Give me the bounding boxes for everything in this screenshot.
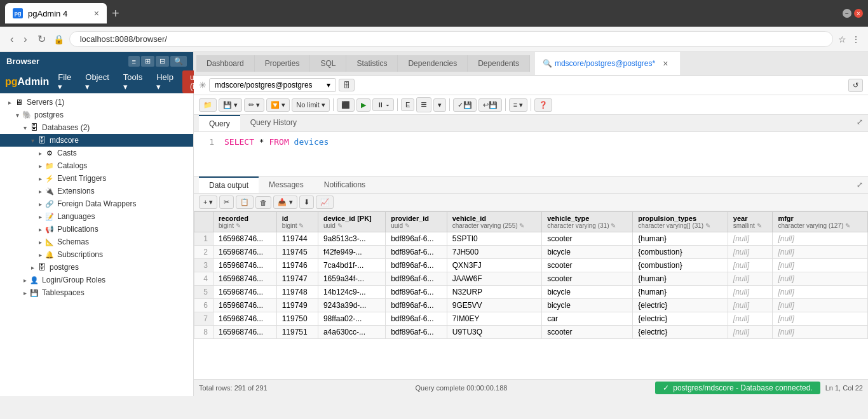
col-header-device-id[interactable]: device_id [PK] uuid ✎: [318, 212, 385, 232]
stop-btn[interactable]: ⬛: [337, 98, 355, 112]
table-row[interactable]: 3 165968746... 119746 7ca4bd1f-... bdf89…: [194, 259, 868, 272]
filter-rows-btn[interactable]: 📥 ▾: [273, 196, 297, 209]
tools-menu[interactable]: Tools ▾: [117, 70, 149, 94]
tab-properties[interactable]: Properties: [255, 55, 311, 72]
new-tab-button[interactable]: +: [112, 6, 119, 21]
back-button[interactable]: ‹: [8, 31, 16, 48]
save-btn[interactable]: 💾 ▾: [219, 98, 242, 112]
expand-results-btn[interactable]: ⤢: [851, 178, 868, 192]
extensions-toggle[interactable]: ▸: [36, 188, 44, 195]
explain-analyze-btn[interactable]: ≡: [416, 97, 431, 112]
sidebar-search-btn[interactable]: 🔍: [170, 56, 187, 67]
edit-btn[interactable]: ✏ ▾: [244, 98, 264, 112]
mdscore-toggle[interactable]: ▾: [28, 137, 37, 144]
delete-btn[interactable]: 🗑: [255, 196, 271, 209]
limit-selector[interactable]: No limit ▾: [292, 98, 330, 112]
schemas-toggle[interactable]: ▸: [36, 239, 44, 246]
close-button[interactable]: ×: [854, 9, 863, 18]
commit-btn[interactable]: ✓💾: [453, 98, 477, 112]
postgres-db-toggle[interactable]: ▸: [28, 264, 37, 271]
download-btn[interactable]: ⬇: [299, 196, 314, 209]
col-header-id[interactable]: id bigint ✎: [276, 212, 318, 232]
publications-toggle[interactable]: ▸: [36, 226, 44, 233]
servers-toggle[interactable]: ▸: [5, 99, 14, 106]
tab-data-output[interactable]: Data output: [199, 176, 259, 193]
tree-item-postgres-db[interactable]: ▸ 🗄 postgres: [0, 261, 193, 274]
tree-item-extensions[interactable]: ▸ 🔌 Extensions: [0, 185, 193, 197]
explain-btn[interactable]: E: [401, 98, 414, 111]
col-header-propulsion[interactable]: propulsion_types character varying[] (31…: [633, 212, 728, 232]
catalogs-toggle[interactable]: ▸: [36, 163, 44, 170]
table-row[interactable]: 5 165968746... 119748 14b124c9-... bdf89…: [194, 286, 868, 299]
tab-dependents[interactable]: Dependents: [468, 55, 530, 72]
col-header-recorded[interactable]: recorded bigint ✎: [214, 212, 277, 232]
reload-button[interactable]: ↻: [35, 30, 48, 48]
address-input[interactable]: [69, 31, 833, 47]
file-menu[interactable]: File ▾: [51, 70, 78, 94]
minimize-button[interactable]: −: [843, 9, 851, 18]
object-menu[interactable]: Object ▾: [79, 70, 116, 94]
tablespaces-toggle[interactable]: ▸: [20, 289, 29, 296]
tree-item-catalogs[interactable]: ▸ 📁 Catalogs: [0, 159, 193, 172]
sidebar-expand-btn[interactable]: ⊞: [141, 56, 154, 67]
col-header-vehicle-type[interactable]: vehicle_type character varying (31) ✎: [542, 212, 633, 232]
subscriptions-toggle[interactable]: ▸: [36, 251, 44, 258]
format-btn[interactable]: ≡ ▾: [509, 98, 527, 112]
tree-item-fdw[interactable]: ▸ 🔗 Foreign Data Wrappers: [0, 197, 193, 210]
tab-close-btn[interactable]: ×: [94, 8, 99, 18]
col-header-provider-id[interactable]: provider_id uuid ✎: [386, 212, 447, 232]
filter-btn[interactable]: 🔽 ▾: [266, 98, 290, 112]
table-row[interactable]: 8 165968746... 119751 a4a630cc-... bdf89…: [194, 326, 868, 339]
table-row[interactable]: 2 165968746... 119745 f42fe949-... bdf89…: [194, 246, 868, 259]
event-triggers-toggle[interactable]: ▸: [36, 175, 44, 182]
tab-sql[interactable]: SQL: [310, 55, 346, 72]
db-icon-btn[interactable]: 🗄: [339, 79, 355, 91]
tree-item-mdscore[interactable]: ▾ 🗄 mdscore: [0, 134, 193, 147]
casts-toggle[interactable]: ▸: [36, 150, 44, 157]
add-row-btn[interactable]: + ▾: [199, 196, 217, 209]
rollback-btn[interactable]: ↩💾: [478, 98, 502, 112]
connection-selector[interactable]: mdscore/postgres@postgres ▾: [209, 78, 336, 92]
query-editor[interactable]: 1 SELECT * FROM devices: [194, 132, 868, 176]
explain-options-btn[interactable]: ▾: [433, 98, 446, 112]
tree-item-publications[interactable]: ▸ 📢 Publications: [0, 223, 193, 236]
tree-item-databases[interactable]: ▾ 🗄 Databases (2): [0, 121, 193, 134]
col-header-vehicle-id[interactable]: vehicle_id character varying (255) ✎: [447, 212, 541, 232]
tab-query-history[interactable]: Query History: [240, 115, 307, 131]
tree-item-tablespaces[interactable]: ▸ 💾 Tablespaces: [0, 286, 193, 299]
tab-dependencies[interactable]: Dependencies: [398, 55, 468, 72]
help-menu[interactable]: Help ▾: [150, 70, 180, 94]
login-roles-toggle[interactable]: ▸: [20, 277, 29, 284]
refresh-btn[interactable]: ↺: [848, 79, 863, 92]
paste-btn[interactable]: 📋: [236, 196, 254, 209]
tree-item-subscriptions[interactable]: ▸ 🔔 Subscriptions: [0, 248, 193, 261]
open-file-btn[interactable]: 📁: [199, 98, 217, 112]
postgres-toggle[interactable]: ▾: [13, 112, 22, 119]
run-options-btn[interactable]: ⏸ ▾: [372, 98, 394, 111]
chart-btn[interactable]: 📈: [316, 196, 334, 209]
data-table-wrapper[interactable]: recorded bigint ✎ id bigint ✎ device_id …: [194, 211, 868, 379]
tree-item-schemas[interactable]: ▸ 📐 Schemas: [0, 236, 193, 248]
tree-item-event-triggers[interactable]: ▸ ⚡ Event Triggers: [0, 172, 193, 185]
forward-button[interactable]: ›: [21, 31, 29, 48]
databases-toggle[interactable]: ▾: [20, 124, 29, 131]
table-row[interactable]: 6 165968746... 119749 9243a39d-... bdf89…: [194, 299, 868, 312]
help-btn[interactable]: ❓: [534, 98, 552, 112]
browser-tab[interactable]: pg pgAdmin 4 ×: [5, 3, 107, 23]
sidebar-collapse-btn[interactable]: ⊟: [156, 56, 169, 67]
tab-dashboard[interactable]: Dashboard: [196, 55, 255, 72]
bookmark-icon[interactable]: ☆: [838, 34, 846, 44]
tree-item-languages[interactable]: ▸ 📝 Languages: [0, 210, 193, 223]
panel-close-btn[interactable]: ×: [658, 56, 673, 71]
table-row[interactable]: 7 165968746... 119750 98ffaa02-... bdf89…: [194, 312, 868, 326]
table-row[interactable]: 1 165968746... 119744 9a8513c3-... bdf89…: [194, 232, 868, 246]
tab-query[interactable]: Query: [199, 115, 240, 131]
tree-item-casts[interactable]: ▸ ⚙ Casts: [0, 147, 193, 159]
expand-editor-btn[interactable]: ⤢: [851, 115, 868, 131]
menu-icon[interactable]: ⋮: [851, 34, 860, 44]
fdw-toggle[interactable]: ▸: [36, 201, 44, 208]
run-btn[interactable]: ▶: [356, 98, 370, 112]
tree-item-login-roles[interactable]: ▸ 👤 Login/Group Roles: [0, 274, 193, 286]
col-header-year[interactable]: year smallint ✎: [728, 212, 773, 232]
copy-btn[interactable]: ✂: [219, 196, 234, 209]
